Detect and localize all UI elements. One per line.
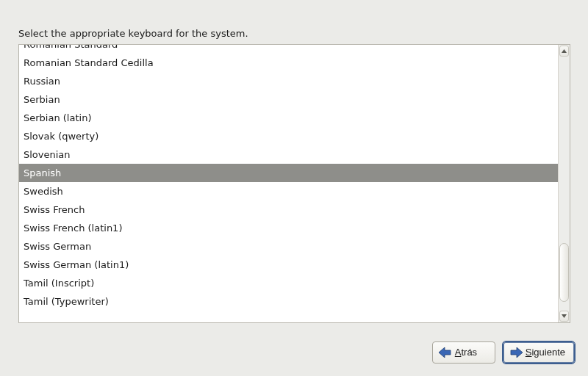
list-item[interactable]: Swiss German (latin1) bbox=[19, 256, 558, 274]
list-item[interactable]: Slovak (qwerty) bbox=[19, 127, 558, 145]
list-item[interactable]: Serbian bbox=[19, 90, 558, 109]
arrow-right-icon bbox=[509, 347, 523, 358]
list-item[interactable]: Tamil (Inscript) bbox=[19, 274, 558, 292]
list-item[interactable]: Spanish bbox=[19, 164, 558, 182]
next-button-label: Siguiente bbox=[526, 347, 565, 358]
scroll-up-button[interactable] bbox=[559, 46, 569, 57]
next-button[interactable]: Siguiente bbox=[503, 341, 575, 364]
chevron-up-icon bbox=[562, 49, 567, 53]
list-item[interactable]: Swedish bbox=[19, 182, 558, 200]
list-item[interactable]: Tamil (Typewriter) bbox=[19, 292, 558, 311]
scrollbar-track[interactable] bbox=[559, 58, 569, 309]
list-item[interactable]: Russian bbox=[19, 72, 558, 90]
list-item[interactable]: Serbian (latin) bbox=[19, 109, 558, 127]
list-item[interactable]: Swiss French bbox=[19, 200, 558, 219]
keyboard-listbox[interactable]: Romanian StandardRomanian Standard Cedil… bbox=[18, 44, 570, 323]
scroll-down-button[interactable] bbox=[559, 311, 569, 322]
listbox-viewport: Romanian StandardRomanian Standard Cedil… bbox=[19, 45, 558, 322]
list-item[interactable]: Romanian Standard bbox=[19, 45, 558, 54]
back-button[interactable]: Atrás bbox=[432, 341, 495, 364]
list-item[interactable]: Swiss French (latin1) bbox=[19, 219, 558, 237]
list-item[interactable]: Romanian Standard Cedilla bbox=[19, 54, 558, 72]
chevron-down-icon bbox=[562, 314, 567, 318]
list-item[interactable]: Slovenian bbox=[19, 145, 558, 164]
scrollbar[interactable] bbox=[558, 45, 570, 322]
back-button-label: Atrás bbox=[455, 347, 477, 358]
arrow-left-icon bbox=[439, 347, 452, 358]
installer-keyboard-step: Select the appropriate keyboard for the … bbox=[0, 0, 588, 376]
scrollbar-thumb[interactable] bbox=[559, 243, 569, 302]
wizard-footer: Atrás Siguiente bbox=[0, 336, 588, 369]
instruction-text: Select the appropriate keyboard for the … bbox=[18, 28, 248, 39]
list-item[interactable]: Swiss German bbox=[19, 237, 558, 256]
